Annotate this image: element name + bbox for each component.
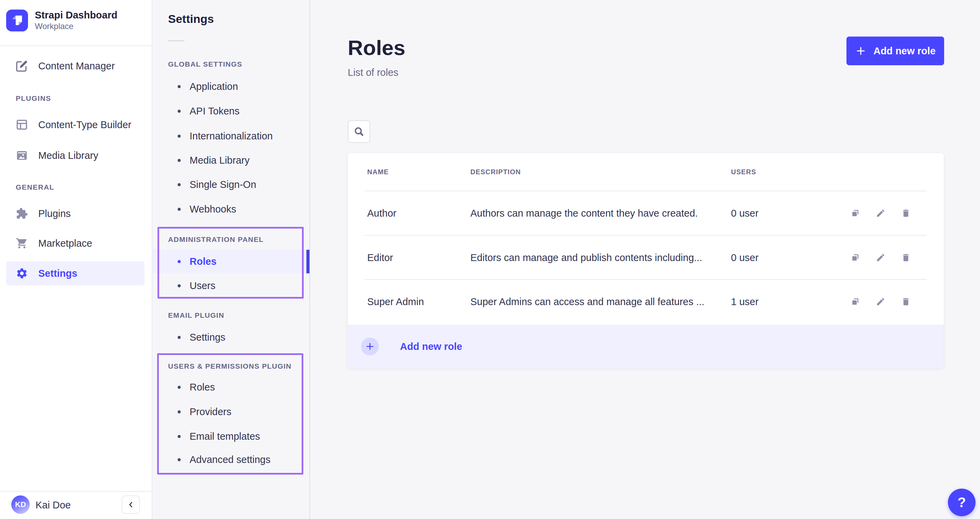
bullet-icon bbox=[178, 336, 181, 339]
bullet-icon bbox=[178, 386, 181, 389]
duplicate-icon bbox=[851, 297, 860, 306]
cart-icon bbox=[16, 237, 28, 250]
duplicate-role-button[interactable] bbox=[850, 253, 861, 263]
subnav-item-label: Roles bbox=[189, 256, 216, 267]
sidebar-collapse-button[interactable] bbox=[122, 495, 140, 514]
sidebar-divider bbox=[0, 491, 152, 492]
puzzle-icon bbox=[16, 207, 28, 220]
user-name: Kai Doe bbox=[35, 500, 71, 511]
subnav-section-global-settings: GLOBAL SETTINGS bbox=[168, 60, 242, 68]
role-description: Super Admins can access and manage all f… bbox=[470, 280, 704, 323]
sidebar-item-label: Media Library bbox=[38, 150, 99, 161]
subnav-section-email-plugin: EMAIL PLUGIN bbox=[168, 311, 224, 320]
column-header-users: USERS bbox=[731, 153, 756, 191]
column-header-name: NAME bbox=[367, 153, 389, 191]
edit-pencil-icon bbox=[876, 253, 885, 263]
subnav-item-single-sign-on[interactable]: Single Sign-On bbox=[152, 172, 309, 196]
subnav-item-application[interactable]: Application bbox=[152, 75, 309, 99]
subnav-item-label: Settings bbox=[189, 332, 226, 343]
subnav-item-providers[interactable]: Providers bbox=[152, 400, 309, 423]
sidebar-item-media-library[interactable]: Media Library bbox=[6, 143, 145, 167]
trash-icon bbox=[901, 209, 911, 218]
table-row[interactable]: Super Admin Super Admins can access and … bbox=[348, 280, 944, 323]
subnav-item-advanced-settings[interactable]: Advanced settings bbox=[152, 447, 309, 471]
subnav-item-label: Webhooks bbox=[189, 204, 236, 215]
delete-role-button[interactable] bbox=[901, 253, 911, 263]
main-sidebar: Strapi Dashboard Workplace Content Manag… bbox=[0, 0, 152, 519]
table-header-row: NAME DESCRIPTION USERS bbox=[348, 153, 944, 191]
sidebar-item-label: Marketplace bbox=[38, 238, 92, 249]
workspace-title: Strapi Dashboard bbox=[35, 10, 118, 21]
table-footer-add-role[interactable]: Add new role bbox=[348, 325, 944, 368]
sidebar-item-content-type-builder[interactable]: Content-Type Builder bbox=[6, 113, 145, 137]
page-title: Roles bbox=[348, 35, 406, 60]
bullet-icon bbox=[178, 435, 181, 438]
subnav-item-internationalization[interactable]: Internationalization bbox=[152, 124, 309, 148]
bullet-icon bbox=[178, 410, 181, 414]
role-users-count: 0 user bbox=[731, 236, 759, 280]
sidebar-item-content-manager[interactable]: Content Manager bbox=[6, 54, 145, 78]
duplicate-role-button[interactable] bbox=[850, 296, 861, 307]
subnav-item-api-tokens[interactable]: API Tokens bbox=[152, 99, 309, 123]
main-content: Roles List of roles Add new role NAME DE… bbox=[310, 0, 980, 519]
edit-role-button[interactable] bbox=[875, 208, 886, 218]
trash-icon bbox=[901, 297, 911, 306]
edit-role-button[interactable] bbox=[875, 296, 886, 307]
subnav-item-email-templates[interactable]: Email templates bbox=[152, 424, 309, 448]
search-button[interactable] bbox=[348, 120, 370, 143]
bullet-icon bbox=[178, 110, 181, 113]
subnav-item-label: Roles bbox=[189, 382, 215, 393]
subnav-title: Settings bbox=[168, 12, 214, 25]
duplicate-icon bbox=[851, 253, 860, 263]
bullet-icon bbox=[178, 208, 181, 211]
delete-role-button[interactable] bbox=[901, 296, 911, 307]
plus-icon bbox=[365, 341, 375, 352]
sidebar-divider bbox=[0, 45, 152, 46]
search-icon bbox=[353, 126, 365, 137]
table-row[interactable]: Author Authors can manage the content th… bbox=[348, 191, 944, 235]
add-new-role-button[interactable]: Add new role bbox=[846, 37, 944, 65]
settings-subnav: Settings GLOBAL SETTINGS Application API… bbox=[152, 0, 310, 519]
subnav-item-email-settings[interactable]: Settings bbox=[152, 325, 309, 349]
table-row[interactable]: Editor Editors can manage and publish co… bbox=[348, 236, 944, 280]
column-header-description: DESCRIPTION bbox=[470, 153, 521, 191]
subnav-item-label: Email templates bbox=[189, 431, 260, 442]
active-item-indicator-bar bbox=[306, 250, 309, 273]
sidebar-item-settings[interactable]: Settings bbox=[6, 261, 145, 285]
role-users-count: 1 user bbox=[731, 280, 759, 323]
duplicate-icon bbox=[851, 209, 860, 218]
sidebar-item-marketplace[interactable]: Marketplace bbox=[6, 231, 145, 255]
duplicate-role-button[interactable] bbox=[850, 208, 861, 218]
strapi-logo-icon bbox=[6, 10, 28, 32]
subnav-item-up-roles[interactable]: Roles bbox=[152, 375, 309, 399]
subnav-item-media-library[interactable]: Media Library bbox=[152, 148, 309, 172]
subnav-item-label: Users bbox=[189, 280, 216, 291]
subnav-item-label: Single Sign-On bbox=[189, 179, 256, 190]
sidebar-item-plugins[interactable]: Plugins bbox=[6, 202, 145, 226]
sidebar-section-plugins: PLUGINS bbox=[16, 94, 51, 102]
workspace-brand[interactable]: Strapi Dashboard Workplace bbox=[6, 10, 118, 32]
subnav-item-admin-roles[interactable]: Roles bbox=[152, 250, 309, 273]
help-button[interactable]: ? bbox=[948, 489, 975, 516]
bullet-icon bbox=[178, 85, 181, 88]
role-name: Editor bbox=[367, 236, 393, 280]
delete-role-button[interactable] bbox=[901, 208, 911, 218]
plus-circle-icon bbox=[361, 338, 379, 355]
sidebar-item-label: Settings bbox=[38, 268, 77, 279]
sidebar-item-label: Plugins bbox=[38, 208, 71, 219]
bullet-icon bbox=[178, 135, 181, 138]
bullet-icon bbox=[178, 159, 181, 162]
subnav-item-webhooks[interactable]: Webhooks bbox=[152, 197, 309, 221]
user-avatar[interactable]: KD bbox=[11, 495, 30, 514]
gear-icon bbox=[16, 267, 28, 280]
subnav-section-users-permissions-plugin: USERS & PERMISSIONS PLUGIN bbox=[168, 362, 291, 370]
feather-pen-icon bbox=[16, 60, 28, 72]
roles-table: NAME DESCRIPTION USERS Author Authors ca… bbox=[348, 153, 944, 368]
row-actions bbox=[850, 236, 911, 280]
subnav-item-admin-users[interactable]: Users bbox=[152, 274, 309, 298]
bullet-icon bbox=[178, 260, 181, 263]
brand-text: Strapi Dashboard Workplace bbox=[35, 10, 118, 32]
edit-role-button[interactable] bbox=[875, 253, 886, 263]
sidebar-section-general: GENERAL bbox=[16, 183, 54, 191]
page-subtitle: List of roles bbox=[348, 67, 398, 78]
